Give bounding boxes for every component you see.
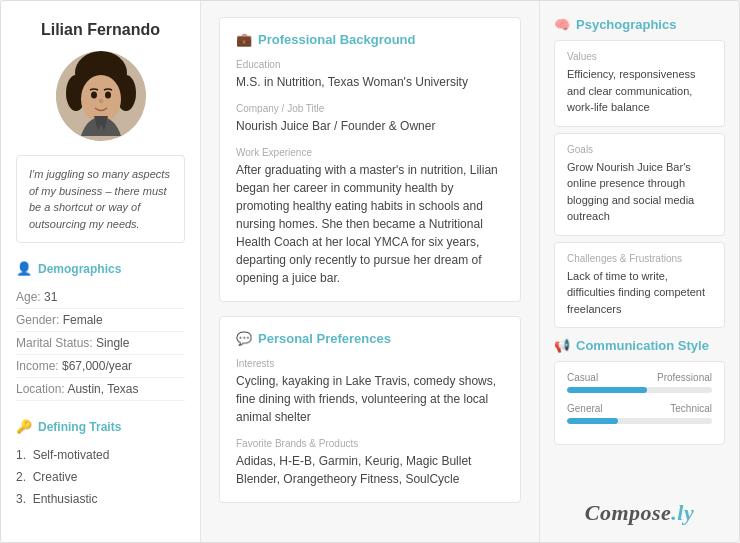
personal-preferences-section: 💬 Personal Preferences Interests Cycling… [219, 316, 521, 503]
traits-icon: 🔑 [16, 419, 32, 434]
values-card: Values Efficiency, responsiveness and cl… [554, 40, 725, 127]
education-subsection: Education M.S. in Nutrition, Texas Woman… [236, 59, 504, 91]
challenges-card: Challenges & Frustrations Lack of time t… [554, 242, 725, 329]
traits-list: 1. Self-motivated 2. Creative 3. Enthusi… [16, 444, 185, 510]
goals-value: Grow Nourish Juice Bar's online presence… [567, 159, 712, 225]
traits-title: 🔑 Defining Traits [16, 419, 185, 434]
company-value: Nourish Juice Bar / Founder & Owner [236, 117, 504, 135]
avatar [56, 51, 146, 141]
svg-point-5 [91, 92, 97, 99]
brands-label: Favorite Brands & Products [236, 438, 504, 449]
persona-card: Lilian Fernando [0, 0, 740, 543]
right-panel: 🧠 Psychographics Values Efficiency, resp… [539, 1, 739, 542]
brands-value: Adidas, H-E-B, Garmin, Keurig, Magic Bul… [236, 452, 504, 488]
megaphone-icon: 📢 [554, 338, 570, 353]
brands-subsection: Favorite Brands & Products Adidas, H-E-B… [236, 438, 504, 488]
general-label: General [567, 403, 603, 414]
quote-text: I'm juggling so many aspects of my busin… [29, 168, 170, 230]
trait-2: 2. Creative [16, 466, 185, 488]
challenges-value: Lack of time to write, difficulties find… [567, 268, 712, 318]
casual-bar-fill [567, 387, 647, 393]
demographics-list: Age: 31 Gender: Female Marital Status: S… [16, 286, 185, 401]
casual-professional-row: Casual Professional [567, 372, 712, 393]
demo-age: Age: 31 [16, 286, 185, 309]
demo-marital: Marital Status: Single [16, 332, 185, 355]
demographics-icon: 👤 [16, 261, 32, 276]
communication-style-section: 📢 Communication Style Casual Professiona… [554, 338, 725, 445]
communication-style-title: 📢 Communication Style [554, 338, 725, 353]
company-subsection: Company / Job Title Nourish Juice Bar / … [236, 103, 504, 135]
general-bar-background [567, 418, 712, 424]
trait-1: 1. Self-motivated [16, 444, 185, 466]
experience-subsection: Work Experience After graduating with a … [236, 147, 504, 287]
compose-logo: Compose.ly [554, 490, 725, 526]
goals-label: Goals [567, 144, 712, 155]
trait-3: 3. Enthusiastic [16, 488, 185, 510]
experience-label: Work Experience [236, 147, 504, 158]
left-panel: Lilian Fernando [1, 1, 201, 542]
goals-card: Goals Grow Nourish Juice Bar's online pr… [554, 133, 725, 236]
education-label: Education [236, 59, 504, 70]
professional-background-section: 💼 Professional Background Education M.S.… [219, 17, 521, 302]
logo-text: Compose.ly [585, 500, 695, 525]
heart-icon: 💬 [236, 331, 252, 346]
personal-preferences-title: 💬 Personal Preferences [236, 331, 504, 346]
psychographics-title: 🧠 Psychographics [554, 17, 725, 32]
persona-name: Lilian Fernando [41, 21, 160, 39]
demo-gender: Gender: Female [16, 309, 185, 332]
company-label: Company / Job Title [236, 103, 504, 114]
svg-point-6 [105, 92, 111, 99]
professional-label: Professional [657, 372, 712, 383]
casual-label: Casual [567, 372, 598, 383]
svg-point-7 [98, 99, 103, 103]
demo-location: Location: Austin, Texas [16, 378, 185, 401]
quote-box: I'm juggling so many aspects of my busin… [16, 155, 185, 243]
experience-value: After graduating with a master's in nutr… [236, 161, 504, 287]
demo-income: Income: $67,000/year [16, 355, 185, 378]
psychographics-section: 🧠 Psychographics Values Efficiency, resp… [554, 17, 725, 328]
brain-icon: 🧠 [554, 17, 570, 32]
values-value: Efficiency, responsiveness and clear com… [567, 66, 712, 116]
casual-bar-background [567, 387, 712, 393]
interests-subsection: Interests Cycling, kayaking in Lake Trav… [236, 358, 504, 426]
general-technical-row: General Technical [567, 403, 712, 424]
values-label: Values [567, 51, 712, 62]
interests-label: Interests [236, 358, 504, 369]
technical-label: Technical [670, 403, 712, 414]
education-value: M.S. in Nutrition, Texas Woman's Univers… [236, 73, 504, 91]
demographics-title: 👤 Demographics [16, 261, 185, 276]
briefcase-icon: 💼 [236, 32, 252, 47]
interests-value: Cycling, kayaking in Lake Travis, comedy… [236, 372, 504, 426]
middle-panel: 💼 Professional Background Education M.S.… [201, 1, 539, 542]
communication-style-card: Casual Professional General Technical [554, 361, 725, 445]
general-bar-fill [567, 418, 618, 424]
avatar-image [56, 51, 146, 141]
challenges-label: Challenges & Frustrations [567, 253, 712, 264]
professional-background-title: 💼 Professional Background [236, 32, 504, 47]
